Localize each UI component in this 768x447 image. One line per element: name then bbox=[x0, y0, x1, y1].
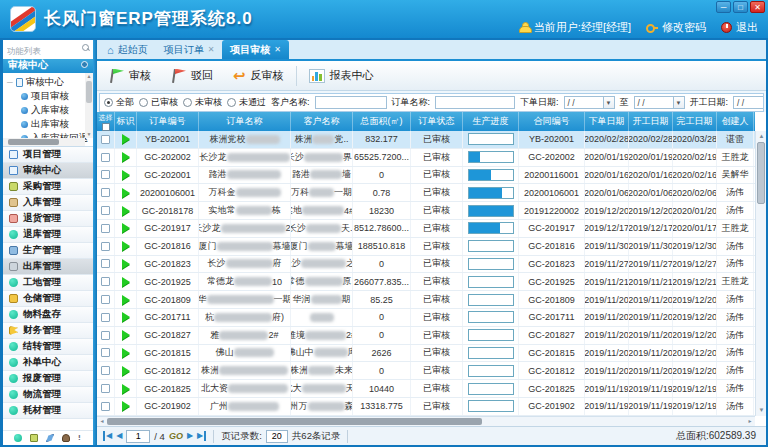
row-checkbox[interactable] bbox=[101, 331, 110, 340]
table-row[interactable]: GC-201711杭府)0已审核GC-2017112019/11/202019/… bbox=[97, 309, 755, 327]
select-cell[interactable] bbox=[97, 273, 115, 290]
tree-expand-icon[interactable]: ─ bbox=[7, 78, 13, 87]
order-date-to-picker[interactable]: / /▼ bbox=[634, 96, 685, 109]
minimize-button[interactable]: ─ bbox=[716, 1, 731, 13]
sidebar-item-inbound-mgmt[interactable]: 入库管理 bbox=[3, 195, 93, 211]
tree-root[interactable]: ─审核中心 bbox=[7, 75, 83, 89]
radio-all[interactable]: 全部 bbox=[104, 96, 134, 109]
user-icon[interactable] bbox=[62, 434, 70, 442]
more-icon[interactable]: ⁞ bbox=[78, 434, 82, 442]
table-row[interactable]: GC-201812株洲株洲未来0已审核GC-2018122019/11/2020… bbox=[97, 362, 755, 380]
table-row[interactable]: GC-201827雅2#雅境2#0已审核GC-2018272019/11/202… bbox=[97, 327, 755, 345]
select-cell[interactable] bbox=[97, 291, 115, 308]
table-row[interactable]: GC-2018178实地常栋实地4#..18230已审核201912200022… bbox=[97, 202, 755, 220]
table-row[interactable]: GC-202001路港路港墙0已审核202001160012020/01/162… bbox=[97, 167, 755, 185]
table-row[interactable]: GC-201823长沙府长沙之..0已审核GC-2018232019/11/27… bbox=[97, 256, 755, 274]
grid-horizontal-scrollbar[interactable]: ◂▸ bbox=[97, 416, 755, 426]
select-cell[interactable] bbox=[97, 256, 115, 273]
dropdown-arrow-icon[interactable]: ▼ bbox=[604, 96, 615, 109]
radio-option-2[interactable]: 未审核 bbox=[183, 96, 222, 109]
select-cell[interactable] bbox=[97, 398, 115, 415]
tree-item[interactable]: 项目审核 bbox=[7, 89, 83, 103]
table-row[interactable]: GC-201925常德龙10常德原..266077.835...已审核GC-20… bbox=[97, 273, 755, 291]
tab-project-orders[interactable]: 项目订单✕ bbox=[156, 40, 223, 59]
sidebar-item-carryover-mgmt[interactable]: 结转管理 bbox=[3, 339, 93, 355]
sidebar-item-return-goods-mgmt[interactable]: 退货管理 bbox=[3, 211, 93, 227]
maximize-button[interactable]: □ bbox=[733, 1, 748, 13]
radio-option-3[interactable]: 未通过 bbox=[227, 96, 266, 109]
next-page-button[interactable]: ▶ bbox=[187, 431, 193, 441]
select-cell[interactable] bbox=[97, 131, 115, 148]
table-row[interactable]: GC-201917长沙龙2#长沙天..8512.78600...已审核GC-20… bbox=[97, 220, 755, 238]
row-checkbox[interactable] bbox=[101, 277, 110, 286]
select-all-checkbox[interactable] bbox=[102, 123, 110, 131]
row-checkbox[interactable] bbox=[101, 188, 110, 197]
tab-project-audit[interactable]: 项目审核✕ bbox=[222, 40, 289, 59]
table-row[interactable]: GC-202002长沙龙长沙界..65525.7200...已审核GC-2020… bbox=[97, 149, 755, 167]
sidebar-item-outbound-mgmt[interactable]: 出库管理 bbox=[3, 259, 93, 275]
change-password-button[interactable]: 修改密码 bbox=[646, 20, 706, 35]
row-checkbox[interactable] bbox=[101, 295, 110, 304]
select-cell[interactable] bbox=[97, 238, 115, 255]
column-header-0[interactable]: 选择 bbox=[97, 112, 115, 131]
customer-name-input[interactable] bbox=[315, 96, 387, 109]
table-row[interactable]: GC-201809华一期华润期85.25已审核GC-2018092019/11/… bbox=[97, 291, 755, 309]
row-checkbox[interactable] bbox=[101, 313, 110, 322]
sidebar-item-production-mgmt[interactable]: 生产管理 bbox=[3, 243, 93, 259]
row-checkbox[interactable] bbox=[101, 206, 110, 215]
row-checkbox[interactable] bbox=[101, 348, 110, 357]
sidebar-item-project-mgmt[interactable]: 项目管理 bbox=[3, 147, 93, 163]
select-cell[interactable] bbox=[97, 184, 115, 201]
order-name-input[interactable] bbox=[435, 96, 515, 109]
select-cell[interactable] bbox=[97, 149, 115, 166]
select-cell[interactable] bbox=[97, 202, 115, 219]
reject-button[interactable]: 驳回 bbox=[171, 68, 213, 84]
logout-button[interactable]: 退出 bbox=[721, 20, 758, 35]
page-number-input[interactable] bbox=[126, 430, 150, 443]
order-date-picker[interactable]: / /▼ bbox=[564, 96, 615, 109]
sidebar-item-material-inventory[interactable]: 物料盘存 bbox=[3, 307, 93, 323]
close-tab-icon[interactable]: ✕ bbox=[208, 45, 215, 54]
table-row[interactable]: GC-201902广州广州万森林13318.775已审核GC-201902201… bbox=[97, 398, 755, 416]
grid-vertical-scrollbar[interactable]: ▲▼ bbox=[755, 131, 766, 416]
tree-item[interactable]: 出库审核 bbox=[7, 117, 83, 131]
pen-icon[interactable] bbox=[46, 434, 54, 442]
sidebar-item-warehouse-mgmt[interactable]: 仓储管理 bbox=[3, 291, 93, 307]
radio-option-1[interactable]: 已审核 bbox=[139, 96, 178, 109]
table-row[interactable]: 20200106001万科金万科一期0.78已审核202001060012020… bbox=[97, 184, 755, 202]
last-page-button[interactable]: ▶ bbox=[197, 431, 206, 441]
sidebar-item-audit-center[interactable]: 审核中心 bbox=[3, 163, 93, 179]
audit-button[interactable]: 审核 bbox=[109, 68, 151, 84]
select-cell[interactable] bbox=[97, 327, 115, 344]
select-cell[interactable] bbox=[97, 345, 115, 362]
tree-horizontal-scrollbar[interactable] bbox=[3, 138, 85, 146]
sidebar-item-stock-return-mgmt[interactable]: 退库管理 bbox=[3, 227, 93, 243]
sidebar-item-site-mgmt[interactable]: 工地管理 bbox=[3, 275, 93, 291]
sidebar-item-scrap-mgmt[interactable]: 报废管理 bbox=[3, 371, 93, 387]
report-center-button[interactable]: 报表中心 bbox=[309, 68, 374, 83]
dropdown-arrow-icon[interactable]: ▼ bbox=[674, 96, 685, 109]
tab-home[interactable]: ⌂起始页 bbox=[99, 40, 156, 59]
table-row[interactable]: GC-201815佛山佛山中库2626已审核GC-2018152019/11/2… bbox=[97, 345, 755, 363]
select-cell[interactable] bbox=[97, 362, 115, 379]
select-cell[interactable] bbox=[97, 220, 115, 237]
table-row[interactable]: GC-201816厦门幕墙厦门幕墙188510.818已审核GC-2018162… bbox=[97, 238, 755, 256]
tree-item[interactable]: 入库审核 bbox=[7, 103, 83, 117]
select-cell[interactable] bbox=[97, 380, 115, 397]
function-search-input[interactable] bbox=[3, 44, 93, 59]
sidebar-item-finance-mgmt[interactable]: 财务管理 bbox=[3, 323, 93, 339]
close-tab-icon[interactable]: ✕ bbox=[274, 45, 281, 54]
row-checkbox[interactable] bbox=[101, 170, 110, 179]
pin-icon[interactable] bbox=[81, 61, 88, 68]
row-checkbox[interactable] bbox=[101, 366, 110, 375]
row-checkbox[interactable] bbox=[101, 135, 110, 144]
sidebar-item-purchase-mgmt[interactable]: 采购管理 bbox=[3, 179, 93, 195]
row-checkbox[interactable] bbox=[101, 402, 110, 411]
tree-vertical-scrollbar[interactable]: ▲▼ bbox=[85, 73, 93, 138]
row-checkbox[interactable] bbox=[101, 384, 110, 393]
select-cell[interactable] bbox=[97, 309, 115, 326]
go-button[interactable]: GO bbox=[169, 431, 183, 441]
sidebar-item-supplement-center[interactable]: 补单中心 bbox=[3, 355, 93, 371]
select-cell[interactable] bbox=[97, 167, 115, 184]
cart-icon[interactable] bbox=[30, 434, 38, 442]
